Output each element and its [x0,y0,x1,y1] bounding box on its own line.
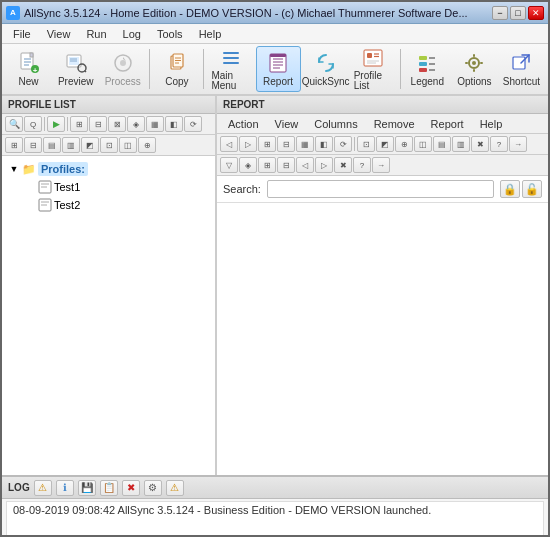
report-menu-help[interactable]: Help [473,115,510,133]
rtb2-btn5[interactable]: ◁ [296,157,314,173]
svg-rect-37 [419,62,427,66]
log-entry-1: 08-09-2019 09:08:42 AllSync 3.5.124 - Bu… [13,504,431,516]
ptb-btn4[interactable]: ◈ [127,116,145,132]
tree-item-test1[interactable]: Test1 [22,178,211,196]
rtb-btn7[interactable]: ⟳ [334,136,352,152]
log-save-btn[interactable]: 💾 [78,480,96,496]
svg-rect-46 [480,62,483,64]
report-menu-bar: Action View Columns Remove Report Help [217,114,548,134]
rtb-btn12[interactable]: ▤ [433,136,451,152]
ptb2-btn2[interactable]: ⊟ [24,137,42,153]
ptb2-btn7[interactable]: ◫ [119,137,137,153]
rtb-btn5[interactable]: ▦ [296,136,314,152]
preview-icon [64,51,88,75]
log-info-btn[interactable]: ℹ [56,480,74,496]
toolbar-shortcut[interactable]: Shortcut [499,46,544,92]
log-title: LOG [8,482,30,493]
rtb-btn6[interactable]: ◧ [315,136,333,152]
rtb2-btn7[interactable]: ✖ [334,157,352,173]
process-icon [111,51,135,75]
ptb2-btn5[interactable]: ◩ [81,137,99,153]
rtb-btn11[interactable]: ◫ [414,136,432,152]
menu-run[interactable]: Run [79,25,113,43]
rtb-btn1[interactable]: ◁ [220,136,238,152]
ptb2-btn8[interactable]: ⊕ [138,137,156,153]
report-menu-action[interactable]: Action [221,115,266,133]
rtb-btn2[interactable]: ▷ [239,136,257,152]
ptb2-btn3[interactable]: ▤ [43,137,61,153]
rtb-btn10[interactable]: ⊕ [395,136,413,152]
search-lock-icon[interactable]: 🔒 [500,180,520,198]
log-warning-btn[interactable]: ⚠ [34,480,52,496]
report-menu-remove[interactable]: Remove [367,115,422,133]
svg-rect-43 [473,54,475,57]
toolbar-legend[interactable]: Legend [405,46,450,92]
rtb2-btn6[interactable]: ▷ [315,157,333,173]
profilelist-icon [361,47,385,69]
log-settings-btn[interactable]: ⚙ [144,480,162,496]
rtb2-btn1[interactable]: ▽ [220,157,238,173]
svg-rect-39 [419,68,427,72]
ptb-btn7[interactable]: ⟳ [184,116,202,132]
preview-label: Preview [58,77,94,87]
ptb2-btn1[interactable]: ⊞ [5,137,23,153]
toolbar-new[interactable]: + New [6,46,51,92]
menu-help[interactable]: Help [192,25,229,43]
ptb2-btn4[interactable]: ▥ [62,137,80,153]
menu-tools[interactable]: Tools [150,25,190,43]
ptb-btn2[interactable]: ⊟ [89,116,107,132]
toolbar-copy[interactable]: Copy [154,46,199,92]
toolbar-quicksync[interactable]: QuickSync [303,46,349,92]
rtb2-btn8[interactable]: ? [353,157,371,173]
log-copy-btn[interactable]: 📋 [100,480,118,496]
rtb2-btn9[interactable]: → [372,157,390,173]
toolbar-process[interactable]: Process [100,46,145,92]
minimize-button[interactable]: − [492,6,508,20]
search-input[interactable] [267,180,494,198]
report-toolbar: ◁ ▷ ⊞ ⊟ ▦ ◧ ⟳ ⊡ ◩ ⊕ ◫ ▤ ▥ ✖ ? → [217,134,548,155]
tree-expander-root[interactable]: ▼ [8,163,20,175]
rtb2-btn2[interactable]: ◈ [239,157,257,173]
rtb2-btn3[interactable]: ⊞ [258,157,276,173]
rtb2-btn4[interactable]: ⊟ [277,157,295,173]
search-unlock-icon[interactable]: 🔓 [522,180,542,198]
rtb-btn9[interactable]: ◩ [376,136,394,152]
report-menu-report[interactable]: Report [424,115,471,133]
shortcut-label: Shortcut [503,77,540,87]
ptb-btn5[interactable]: ▦ [146,116,164,132]
menu-view[interactable]: View [40,25,78,43]
rtb-btn13[interactable]: ▥ [452,136,470,152]
svg-point-42 [472,61,476,65]
ptb-btn1[interactable]: ⊞ [70,116,88,132]
tree-profile-icon-1 [38,180,52,194]
rtb-btn16[interactable]: → [509,136,527,152]
zoom-out-btn[interactable]: Q [24,116,42,132]
toolbar-options[interactable]: Options [452,46,497,92]
main-toolbar: + New Preview Process [2,44,548,96]
close-button[interactable]: ✕ [528,6,544,20]
log-clear-btn[interactable]: ✖ [122,480,140,496]
menu-file[interactable]: File [6,25,38,43]
toolbar-mainmenu[interactable]: Main Menu [208,46,253,92]
rtb-btn14[interactable]: ✖ [471,136,489,152]
report-menu-columns[interactable]: Columns [307,115,364,133]
tree-item-test2[interactable]: Test2 [22,196,211,214]
ptb-btn3[interactable]: ⊠ [108,116,126,132]
rtb-btn8[interactable]: ⊡ [357,136,375,152]
menu-log[interactable]: Log [116,25,148,43]
toolbar-preview[interactable]: Preview [53,46,98,92]
ptb-btn6[interactable]: ◧ [165,116,183,132]
ptb2-btn6[interactable]: ⊡ [100,137,118,153]
log-help-btn[interactable]: ⚠ [166,480,184,496]
maximize-button[interactable]: □ [510,6,526,20]
zoom-in-btn[interactable]: 🔍 [5,116,23,132]
rtb-btn15[interactable]: ? [490,136,508,152]
tree-root[interactable]: ▼ 📁 Profiles: [6,160,211,178]
rtb-btn3[interactable]: ⊞ [258,136,276,152]
ptoolbar-sep2 [67,117,68,131]
play-btn[interactable]: ▶ [47,116,65,132]
toolbar-profilelist[interactable]: Profile List [351,46,396,92]
toolbar-report[interactable]: Report [256,46,301,92]
rtb-btn4[interactable]: ⊟ [277,136,295,152]
report-menu-view[interactable]: View [268,115,306,133]
